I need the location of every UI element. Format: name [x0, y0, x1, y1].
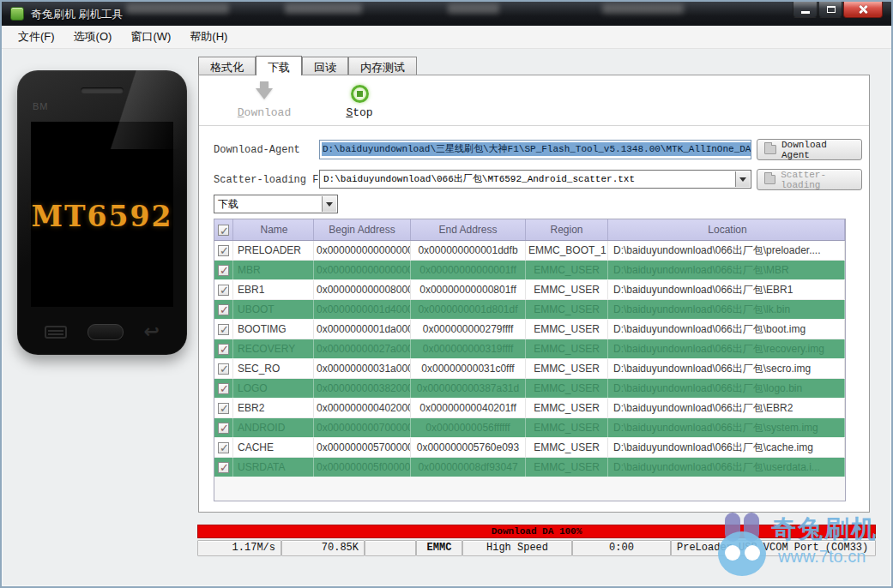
- tab-memory-test[interactable]: 内存测试: [348, 57, 417, 75]
- row-checkbox[interactable]: [214, 458, 233, 477]
- table-row[interactable]: RECOVERY0x00000000027a00000x000000000319…: [214, 339, 845, 359]
- toolbar: Download Stop: [199, 81, 401, 123]
- phone-model-label: MT6592: [31, 200, 173, 233]
- cell-begin-address: 0x0000000003820000: [314, 379, 411, 398]
- cell-end-address: 0x00000000040201ff: [411, 399, 526, 417]
- row-checkbox[interactable]: [214, 418, 233, 437]
- checkbox-icon: [218, 363, 229, 375]
- app-icon: [10, 7, 24, 21]
- window-title: 奇兔刷机 刷机工具: [31, 7, 124, 22]
- table-row[interactable]: BOOTIMG0x0000000001da00000x000000000279f…: [214, 320, 845, 339]
- scatter-loading-browse-label: Scatter-loading: [781, 170, 854, 190]
- cell-location: D:\baiduyundownload\066出厂包\preloader....: [608, 241, 845, 260]
- table-row[interactable]: EBR10x00000000000800000x00000000000801ff…: [214, 280, 845, 300]
- menu-item-help[interactable]: 帮助(H): [180, 26, 237, 48]
- download-agent-browse-button[interactable]: Download Agent: [757, 139, 862, 160]
- cell-location: D:\baiduyundownload\066出厂包\lk.bin: [608, 300, 845, 319]
- phone-earpiece: [81, 87, 124, 93]
- checkbox-icon: [218, 245, 229, 256]
- cell-region: EMMC_USER: [526, 438, 608, 457]
- menu-item-window[interactable]: 窗口(W): [121, 26, 180, 48]
- checkbox-icon: [218, 285, 229, 296]
- close-icon: [858, 4, 868, 15]
- cell-location: D:\baiduyundownload\066出厂包\boot.img: [608, 320, 845, 339]
- checkbox-icon: [218, 265, 229, 276]
- table-row[interactable]: SEC_RO0x00000000031a00000x00000000031c0f…: [214, 359, 845, 379]
- checkbox-icon: [218, 225, 229, 236]
- table-row[interactable]: CACHE0x00000000570000000x000000005760e09…: [214, 438, 845, 458]
- row-checkbox[interactable]: [214, 379, 233, 398]
- row-checkbox[interactable]: [214, 438, 233, 457]
- menu-item-file[interactable]: 文件(F): [9, 26, 64, 48]
- tab-format[interactable]: 格式化: [198, 57, 256, 75]
- download-agent-input[interactable]: D:\baiduyundownload\三星线刷包\大神F1\SP_Flash_…: [319, 140, 751, 159]
- cell-location: D:\baiduyundownload\066出厂包\userdata.i...: [608, 458, 845, 477]
- menu-item-options[interactable]: 选项(O): [64, 26, 122, 48]
- tab-readback[interactable]: 回读: [302, 57, 348, 75]
- table-row[interactable]: MBR0x00000000000000000x00000000000001ffE…: [214, 261, 845, 280]
- row-checkbox[interactable]: [214, 359, 233, 378]
- status-time: 0:00: [572, 540, 671, 556]
- cell-name: CACHE: [233, 438, 314, 457]
- scatter-file-combobox[interactable]: D:\baiduyundownload\066出厂包\MT6592_Androi…: [319, 170, 751, 189]
- title-bar[interactable]: 奇兔刷机 刷机工具: [2, 2, 891, 26]
- phone-home-button: [87, 324, 124, 340]
- table-header-row: Name Begin Address End Address Region Lo…: [214, 219, 845, 241]
- row-checkbox[interactable]: [214, 241, 233, 260]
- cell-name: LOGO: [233, 379, 314, 398]
- cell-region: EMMC_USER: [526, 458, 608, 477]
- cell-name: EBR2: [233, 399, 314, 417]
- download-tab-panel: Download Stop Download-Agent D:\baiduyun…: [198, 75, 870, 513]
- maximize-button[interactable]: [818, 2, 842, 18]
- cell-location: D:\baiduyundownload\066出厂包\EBR2: [608, 399, 845, 417]
- status-usb-speed: High Speed: [462, 540, 572, 556]
- stop-button[interactable]: Stop: [318, 81, 401, 123]
- close-button[interactable]: [843, 2, 883, 18]
- cell-begin-address: 0x0000000007000000: [314, 418, 411, 437]
- row-checkbox[interactable]: [214, 399, 233, 417]
- minimize-button[interactable]: [793, 2, 818, 18]
- cell-location: D:\baiduyundownload\066出厂包\secro.img: [608, 359, 845, 378]
- column-header-end[interactable]: End Address: [411, 219, 526, 240]
- row-checkbox[interactable]: [214, 280, 233, 299]
- row-checkbox[interactable]: [214, 300, 233, 319]
- row-checkbox[interactable]: [214, 320, 233, 339]
- column-header-begin[interactable]: Begin Address: [314, 219, 411, 240]
- cell-name: SEC_RO: [233, 359, 314, 378]
- column-header-name[interactable]: Name: [233, 219, 314, 240]
- table-row[interactable]: EBR20x00000000040200000x00000000040201ff…: [214, 399, 845, 418]
- row-checkbox[interactable]: [214, 261, 233, 279]
- cell-end-address: 0x00000000000001ff: [411, 261, 526, 279]
- chevron-down-icon[interactable]: [735, 171, 750, 187]
- toolbar-separator: [199, 125, 869, 126]
- status-storage: EMMC: [416, 540, 462, 556]
- select-all-checkbox[interactable]: [214, 219, 233, 240]
- cell-name: USRDATA: [233, 458, 314, 477]
- chevron-down-icon[interactable]: [322, 196, 336, 212]
- cell-end-address: 0x000000005760e093: [411, 438, 526, 457]
- phone-menu-icon: [45, 326, 67, 339]
- cell-name: MBR: [233, 261, 314, 279]
- checkbox-icon: [218, 462, 229, 473]
- progress-label: Download DA 100%: [492, 526, 582, 537]
- scatter-loading-browse-button[interactable]: Scatter-loading: [757, 169, 862, 190]
- table-row[interactable]: USRDATA0x000000005f0000000x000000008df93…: [214, 458, 845, 477]
- cell-begin-address: 0x0000000001d40000: [314, 300, 411, 319]
- folder-icon: [764, 145, 776, 154]
- row-checkbox[interactable]: [214, 339, 233, 358]
- column-header-region[interactable]: Region: [526, 219, 608, 240]
- cell-begin-address: 0x0000000004020000: [314, 399, 411, 417]
- progress-bar: Download DA 100%: [197, 525, 876, 538]
- cell-region: EMMC_USER: [526, 320, 608, 339]
- table-row[interactable]: ANDROID0x00000000070000000x0000000056fff…: [214, 418, 845, 438]
- table-row[interactable]: UBOOT0x0000000001d400000x0000000001d801d…: [214, 300, 845, 320]
- mode-dropdown[interactable]: 下载: [214, 195, 338, 213]
- cell-region: EMMC_USER: [526, 399, 608, 417]
- table-row[interactable]: LOGO0x00000000038200000x000000000387a31d…: [214, 379, 845, 399]
- tab-download[interactable]: 下载: [256, 56, 302, 75]
- download-button[interactable]: Download: [223, 81, 305, 123]
- cell-end-address: 0x000000000319ffff: [411, 339, 526, 358]
- cell-name: UBOOT: [233, 300, 314, 319]
- table-row[interactable]: PRELOADER0x00000000000000000x00000000000…: [214, 241, 845, 261]
- column-header-location[interactable]: Location: [608, 219, 845, 240]
